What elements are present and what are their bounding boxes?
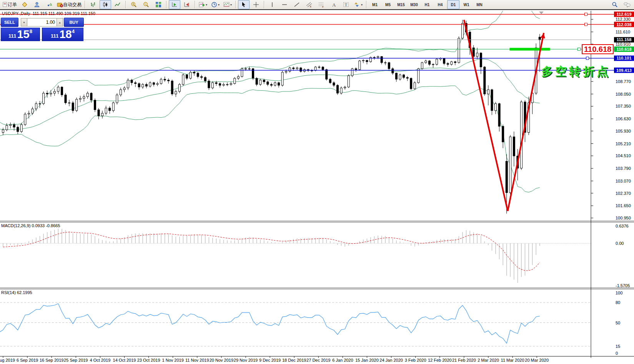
candle-body: [333, 83, 335, 85]
candle-body: [359, 61, 361, 70]
lot-increase-button[interactable]: ▲: [57, 18, 63, 27]
tile-windows-button[interactable]: [153, 0, 164, 9]
thick-support-segment[interactable]: [509, 48, 550, 51]
lot-decrease-button[interactable]: ▼: [21, 18, 27, 27]
toolbar-separator: [366, 1, 367, 8]
date-label: 14 Oct 2019: [113, 358, 136, 362]
candle-body: [539, 37, 541, 40]
bollinger-middle-band: [0, 59, 540, 130]
candle-body: [61, 87, 63, 95]
candle-body: [76, 99, 78, 111]
candlestick-icon: [102, 2, 108, 8]
timeframe-button-M1[interactable]: M1: [369, 0, 381, 9]
equidistant-channel-button[interactable]: E: [303, 0, 315, 9]
dropdown-arrow-icon: ▾: [218, 3, 220, 7]
toolbar-separator: [166, 1, 167, 8]
candle-body: [182, 75, 184, 85]
timeframe-button-D1[interactable]: D1: [447, 0, 459, 9]
line-handle: [585, 23, 587, 26]
candle-body: [281, 72, 283, 85]
candlestick-chart-button[interactable]: [100, 0, 111, 9]
auto-scroll-button[interactable]: [169, 0, 180, 9]
zoom-out-button[interactable]: [140, 0, 152, 9]
vertical-line-button[interactable]: [266, 0, 278, 9]
arrows-button[interactable]: ▾: [353, 0, 364, 9]
bar-chart-button[interactable]: [87, 0, 99, 9]
crosshair-button[interactable]: [250, 0, 262, 9]
new-order-button[interactable]: 订单: [1, 0, 18, 9]
candle-body: [178, 85, 180, 91]
candle-body: [2, 130, 4, 133]
candle-body: [443, 58, 445, 64]
timeframe-button-H4[interactable]: H4: [434, 0, 446, 9]
timeframe-button-MN[interactable]: MN: [473, 0, 486, 9]
dropdown-arrow-icon: ▾: [206, 3, 207, 7]
trendline-button[interactable]: [291, 0, 303, 9]
candle-body: [135, 83, 136, 83]
candle-body: [65, 95, 67, 103]
tile-windows-icon: [155, 2, 161, 8]
lot-size-input[interactable]: [27, 18, 57, 27]
periods-button[interactable]: ▾: [210, 0, 221, 9]
timeframe-button-M15[interactable]: M15: [395, 0, 407, 9]
data-window-button[interactable]: [31, 0, 43, 9]
candle-body: [10, 125, 12, 125]
sell-button[interactable]: SELL: [1, 18, 18, 27]
price-level-label[interactable]: 110.618: [582, 44, 614, 54]
candle-body: [112, 103, 114, 110]
candle-body: [226, 85, 228, 85]
cursor-button[interactable]: [238, 0, 250, 9]
chart-shift-button[interactable]: [181, 0, 193, 9]
line-chart-button[interactable]: [112, 0, 123, 9]
date-label: 18 Dec 2019: [282, 358, 306, 362]
candle-body: [131, 80, 133, 83]
date-label: 25 Sep 2019: [64, 358, 88, 362]
candle-body: [300, 68, 302, 71]
candle-body: [168, 80, 170, 81]
rsi-axis-label: 100: [616, 291, 622, 295]
date-label: 1 Nov 2019: [162, 358, 184, 362]
candle-body: [245, 69, 246, 69]
auto-scroll-icon: [171, 2, 178, 8]
candle-body: [43, 93, 45, 103]
candle-body: [230, 83, 232, 84]
indicators-button[interactable]: ▾: [197, 0, 209, 9]
candles-group: [2, 20, 541, 214]
timeframe-button-W1[interactable]: W1: [460, 0, 473, 9]
buy-button[interactable]: BUY: [64, 18, 84, 27]
horizontal-line-button[interactable]: [279, 0, 290, 9]
templates-button[interactable]: ▾: [222, 0, 233, 9]
candle-body: [278, 83, 280, 85]
chat-button[interactable]: [621, 0, 633, 9]
market-watch-button[interactable]: [19, 0, 30, 9]
text-label-button[interactable]: T: [340, 0, 352, 9]
candle-body: [403, 75, 405, 78]
candle-body: [186, 75, 188, 78]
gold-diamond-icon: [22, 2, 28, 8]
price-badge-label: 111.158: [617, 37, 632, 42]
candle-body: [362, 60, 364, 61]
timeframe-bar: M1M5M15M30H1H4D1W1MN: [368, 0, 486, 9]
candle-body: [35, 104, 37, 109]
buy-price-main: 18: [59, 29, 72, 40]
sell-price-box[interactable]: 111 15 8: [1, 28, 40, 41]
timeframe-button-H1[interactable]: H1: [421, 0, 433, 9]
candle-body: [138, 83, 140, 87]
timeframe-button-M30[interactable]: M30: [408, 0, 420, 9]
trend-line[interactable]: [464, 20, 508, 211]
trend-line[interactable]: [508, 33, 544, 211]
candle-body: [451, 62, 453, 65]
pivot-annotation-text[interactable]: 多空转折点: [541, 64, 611, 80]
candle-body: [208, 81, 210, 88]
trendline-icon: [294, 2, 300, 8]
zoom-in-button[interactable]: [128, 0, 140, 9]
auto-trading-button[interactable]: 自动交易: [56, 0, 83, 9]
dropdown-arrow-icon: ▾: [230, 3, 232, 7]
chart-canvas[interactable]: 112.330111.610110.910108.770108.050107.3…: [0, 0, 634, 364]
search-button[interactable]: [609, 0, 621, 9]
text-button[interactable]: A: [328, 0, 339, 9]
timeframe-button-M5[interactable]: M5: [382, 0, 394, 9]
buy-price-box[interactable]: 111 18 4: [42, 28, 83, 41]
fibonacci-button[interactable]: F: [316, 0, 327, 9]
signals-button[interactable]: [43, 0, 55, 9]
